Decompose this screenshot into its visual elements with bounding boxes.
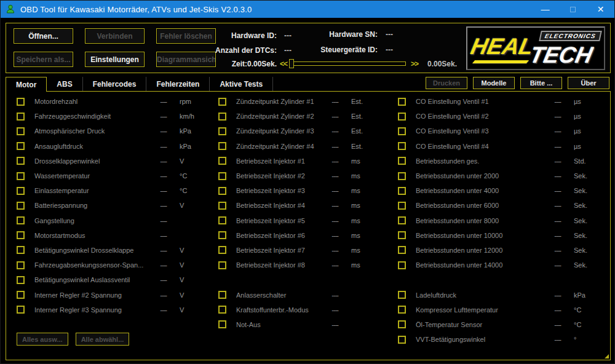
rewind-arrows-icon[interactable]: << [280,60,287,68]
parameter-checkbox[interactable] [398,142,406,150]
parameter-label: Betriebsstunden unter 4000 [416,187,539,194]
parameter-value: ---- [539,187,561,194]
parameter-checkbox[interactable] [17,172,25,180]
parameter-checkbox[interactable] [398,216,406,224]
action-button-über[interactable]: Über [568,77,609,89]
parameter-checkbox[interactable] [398,98,406,106]
resize-grip[interactable] [605,354,609,358]
parameter-checkbox[interactable] [17,216,25,224]
parameter-checkbox[interactable] [17,202,25,210]
toolbar-button-speichern-als-[interactable]: Speichern als... [14,52,73,67]
parameter-value: ---- [539,232,561,239]
parameter-checkbox[interactable] [398,306,406,314]
parameter-checkbox[interactable] [17,127,25,135]
tab-abs[interactable]: ABS [47,77,82,91]
parameter-row: Anlasserschalter---- [218,287,379,302]
ecu-id-label: Steuergeräte ID: [279,46,378,54]
parameter-value: ---- [145,187,167,194]
parameter-checkbox[interactable] [218,291,226,299]
parameter-checkbox[interactable] [398,157,406,165]
parameter-checkbox[interactable] [398,127,406,135]
parameter-checkbox[interactable] [398,320,406,328]
parameter-checkbox[interactable] [398,291,406,299]
parameter-checkbox[interactable] [218,320,226,328]
parameter-checkbox[interactable] [17,231,25,239]
parameter-checkbox[interactable] [17,246,25,254]
parameter-checkbox[interactable] [17,187,25,195]
parameter-checkbox[interactable] [218,127,226,135]
parameter-unit: V [180,247,208,254]
parameter-checkbox[interactable] [218,187,226,195]
parameter-checkbox[interactable] [398,246,406,254]
parameter-checkbox[interactable] [218,172,226,180]
parameter-label: Öl-Temperatur Sensor [416,321,539,328]
parameter-checkbox[interactable] [218,306,226,314]
toolbar-button-verbinden[interactable]: Verbinden [85,28,145,44]
parameter-label: Kraftstoffunterbr.-Modus [236,306,317,314]
action-button-drucken[interactable]: Drucken [426,77,467,89]
parameter-label: Interner Regler #2 Spannung [34,291,145,299]
close-button[interactable]: ✕ [587,1,614,18]
parameter-label: Motordrehzahl [34,98,145,105]
parameter-checkbox[interactable] [17,306,25,314]
parameter-checkbox[interactable] [398,261,406,269]
parameter-checkbox[interactable] [218,98,226,106]
parameter-checkbox[interactable] [17,261,25,269]
action-button-modelle[interactable]: Modelle [473,77,515,89]
parameter-row: Betriebsstunden unter 12000----Sek. [398,243,602,258]
toolbar-button-öffnen-[interactable]: Öffnen... [14,28,73,44]
parameter-label: Kompressor Lufttemperatur [416,306,539,314]
parameter-value: ---- [145,143,167,150]
tab-fehlercodes[interactable]: Fehlercodes [83,77,147,91]
parameter-checkbox[interactable] [218,231,226,239]
action-button-bitte-[interactable]: Bitte ... [520,77,562,89]
time-slider-track[interactable] [290,61,406,66]
parameter-row: Batteriespannung----V [17,198,208,213]
parameter-checkbox[interactable] [398,187,406,195]
select-button-alles-ausw-[interactable]: Alles ausw... [17,333,68,346]
minimize-button[interactable]: — [531,1,559,18]
parameter-checkbox[interactable] [17,291,25,299]
parameter-checkbox[interactable] [218,216,226,224]
select-button-alle-abw-hl-[interactable]: Alle abwähl... [76,333,130,346]
parameter-checkbox[interactable] [398,172,406,180]
parameter-label: Zündzeitpunkt Zylinder #2 [236,113,317,120]
parameter-value: ---- [539,217,561,224]
title-bar: OBD Tool für Kawasaki Motorräder, ATVs u… [1,1,614,18]
parameter-value: ---- [539,143,561,150]
parameter-checkbox[interactable] [398,113,406,121]
time-slider-thumb[interactable] [289,59,294,68]
parameter-value: ---- [317,232,338,239]
parameter-checkbox[interactable] [218,261,226,269]
toolbar-button-einstellungen[interactable]: Einstellungen [85,52,145,67]
parameter-checkbox[interactable] [17,157,25,165]
parameter-row: Betriebszeit Injektor #1----ms [218,154,379,168]
parameter-checkbox[interactable] [17,113,25,121]
parameter-label: Batteriespannung [34,202,145,209]
parameter-unit: Sek. [574,187,602,194]
parameter-checkbox[interactable] [17,98,25,106]
parameter-checkbox[interactable] [17,276,25,284]
parameter-row: Betriebsstunden unter 14000----Sek. [398,258,602,272]
parameter-checkbox[interactable] [398,336,406,344]
parameter-checkbox[interactable] [398,202,406,210]
parameter-label: Betriebszeit Injektor #5 [236,217,317,224]
parameter-checkbox[interactable] [398,231,406,239]
parameter-row: Wassertemperatur----°C [17,168,208,183]
parameter-unit: V [180,261,208,269]
forward-arrows-icon[interactable]: >> [411,60,418,68]
parameter-label: Betätigungswinkel Drosselklappe [34,247,145,254]
parameter-checkbox[interactable] [218,113,226,121]
parameter-checkbox[interactable] [218,157,226,165]
parameter-label: Betriebszeit Injektor #8 [236,261,317,269]
parameter-checkbox[interactable] [218,202,226,210]
parameter-checkbox[interactable] [218,246,226,254]
parameter-checkbox[interactable] [218,142,226,150]
tab-fehlerzeiten[interactable]: Fehlerzeiten [146,77,210,91]
tab-motor[interactable]: Motor [6,77,47,92]
maximize-button[interactable] [559,1,587,18]
parameter-row: Interner Regler #3 Spannung----V [17,303,208,317]
parameter-checkbox[interactable] [17,142,25,150]
parameter-row: Betriebsstunden unter 10000----Sek. [398,228,602,243]
tab-aktive-tests[interactable]: Aktive Tests [210,77,273,91]
